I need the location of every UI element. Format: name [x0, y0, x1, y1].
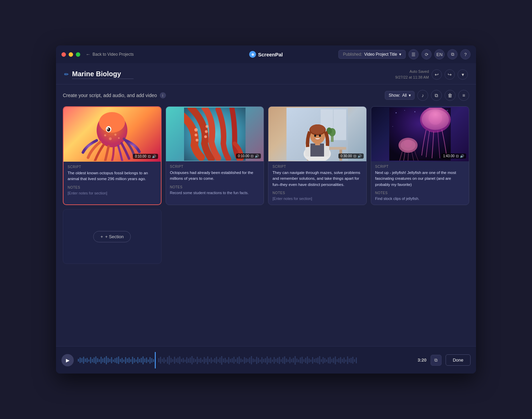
svg-rect-203	[352, 357, 353, 364]
volume-icon-2: 🔊	[255, 154, 259, 158]
card-script-2[interactable]: Octopuses had already been established f…	[170, 170, 260, 182]
playhead[interactable]	[155, 352, 156, 368]
redo-button[interactable]: ↪	[445, 69, 455, 80]
svg-rect-177	[307, 356, 308, 364]
waveform-container[interactable]: 1:08.00	[78, 352, 414, 368]
section-card-3[interactable]: 0:30.00 ⊡ 🔊 Script They can navigate thr…	[268, 106, 367, 205]
card-script-1[interactable]: The oldest known octopus fossil belongs …	[68, 170, 157, 182]
svg-rect-172	[298, 360, 299, 362]
delete-icon-button[interactable]: 🗑	[445, 90, 456, 101]
undo-button[interactable]: ↩	[432, 69, 442, 80]
svg-rect-202	[351, 358, 352, 363]
svg-point-38	[414, 111, 415, 112]
published-dropdown[interactable]: Published: Video Project Title ▾	[338, 50, 406, 59]
card-notes-1[interactable]: [Enter notes for section]	[68, 191, 157, 196]
card-script-3[interactable]: They can navigate through mazes, solve p…	[272, 170, 362, 188]
card-thumbnail-3: 0:30.00 ⊡ 🔊	[268, 107, 366, 161]
content-tools: Show: All ▾ ♪ ⧉ 🗑 ≡	[385, 90, 469, 101]
svg-rect-117	[202, 360, 203, 362]
card-notes-4[interactable]: Find stock clips of jellyfish.	[375, 196, 465, 201]
svg-rect-95	[164, 357, 165, 363]
svg-rect-77	[128, 357, 129, 363]
svg-point-5	[104, 134, 106, 136]
svg-rect-126	[218, 359, 219, 362]
svg-rect-85	[142, 356, 143, 364]
section-card-4[interactable]: 1:43.00 ⊡ 🔊 Script Next up - jellyfish! …	[371, 106, 470, 205]
svg-rect-97	[167, 357, 168, 364]
project-title[interactable]: Marine Biology	[72, 70, 134, 78]
svg-rect-87	[146, 357, 147, 363]
svg-rect-129	[223, 359, 224, 362]
menu-icon-button[interactable]: ☰	[408, 49, 419, 59]
svg-rect-60	[99, 359, 100, 362]
add-section-button[interactable]: + + Section	[93, 231, 131, 242]
card-notes-3[interactable]: [Enter notes for section]	[272, 196, 362, 201]
svg-rect-191	[331, 359, 332, 362]
section-card-2[interactable]: 0:10.00 ⊡ 🔊 Script Octopuses had already…	[166, 106, 264, 205]
svg-rect-116	[200, 358, 201, 363]
svg-rect-142	[246, 358, 247, 363]
timeline-icon-button[interactable]: ⧉	[431, 355, 442, 366]
svg-point-4	[107, 128, 109, 130]
play-button[interactable]: ▶	[61, 354, 74, 366]
duration-text-1: 0:10.00	[135, 154, 146, 158]
svg-rect-189	[328, 357, 329, 363]
history-icon-button[interactable]: ⟳	[421, 49, 432, 59]
svg-rect-70	[116, 357, 117, 363]
copy-icon-button[interactable]: ⧉	[431, 90, 442, 101]
svg-rect-127	[220, 357, 221, 363]
card-script-4[interactable]: Next up - jellyfish! Jellyfish are one o…	[375, 170, 465, 188]
svg-rect-100	[172, 359, 173, 362]
svg-rect-73	[122, 358, 123, 363]
expand-button[interactable]: ▾	[458, 69, 468, 80]
svg-rect-152	[263, 359, 264, 362]
show-dropdown[interactable]: Show: All ▾	[385, 91, 415, 100]
svg-rect-204	[354, 359, 355, 362]
svg-rect-67	[111, 357, 112, 363]
minimize-button[interactable]	[69, 52, 73, 57]
back-button[interactable]: ← Back to Video Projects	[86, 52, 134, 57]
content-title-area: Create your script, add audio, and add v…	[63, 92, 166, 98]
add-section-label: + Section	[105, 234, 124, 239]
audio-icon-button[interactable]: ♪	[417, 90, 428, 101]
duration-badge-2: 0:10.00 ⊡ 🔊	[236, 153, 261, 159]
total-time: 3:20	[418, 357, 426, 363]
layers-icon-button[interactable]: ⧉	[447, 49, 458, 59]
svg-rect-188	[326, 360, 327, 362]
auto-saved-label: Auto Saved 9/27/22 at 11:38 AM	[395, 69, 429, 80]
svg-rect-139	[240, 359, 241, 362]
waveform-svg	[78, 352, 414, 368]
svg-rect-49	[80, 357, 81, 363]
timeline: ▶	[56, 346, 476, 374]
svg-rect-146	[253, 359, 254, 362]
script-label-3: Script	[272, 165, 362, 168]
help-icon-button[interactable]: ?	[460, 49, 471, 59]
svg-rect-158	[274, 357, 275, 364]
section-card-1[interactable]: 0:10.00 ⊡ 🔊 Script The oldest known octo…	[63, 106, 162, 205]
fullscreen-icon-3: ⊡	[353, 154, 356, 158]
svg-rect-154	[267, 356, 268, 364]
svg-rect-150	[260, 360, 261, 362]
svg-rect-98	[169, 356, 170, 365]
notes-label-2: Notes	[170, 185, 260, 189]
script-label-4: Script	[375, 165, 465, 168]
thumbnail-image-1	[64, 107, 161, 162]
maximize-button[interactable]	[76, 52, 80, 57]
svg-rect-89	[150, 357, 151, 364]
svg-rect-50	[81, 358, 82, 362]
svg-rect-101	[174, 357, 175, 364]
info-icon[interactable]: i	[160, 92, 166, 98]
svg-rect-163	[282, 357, 283, 363]
card-notes-2[interactable]: Record some student reactions to the fun…	[170, 190, 260, 195]
svg-rect-63	[104, 357, 105, 363]
svg-rect-96	[165, 360, 166, 362]
add-section-card: + + Section	[63, 209, 162, 264]
close-button[interactable]	[61, 52, 66, 57]
logo-icon: ⊛	[249, 51, 256, 58]
svg-rect-74	[123, 360, 124, 362]
svg-rect-59	[97, 358, 98, 362]
svg-rect-91	[153, 359, 154, 362]
done-button[interactable]: Done	[446, 354, 471, 366]
list-icon-button[interactable]: ≡	[458, 90, 469, 101]
lang-button[interactable]: EN	[434, 49, 445, 59]
